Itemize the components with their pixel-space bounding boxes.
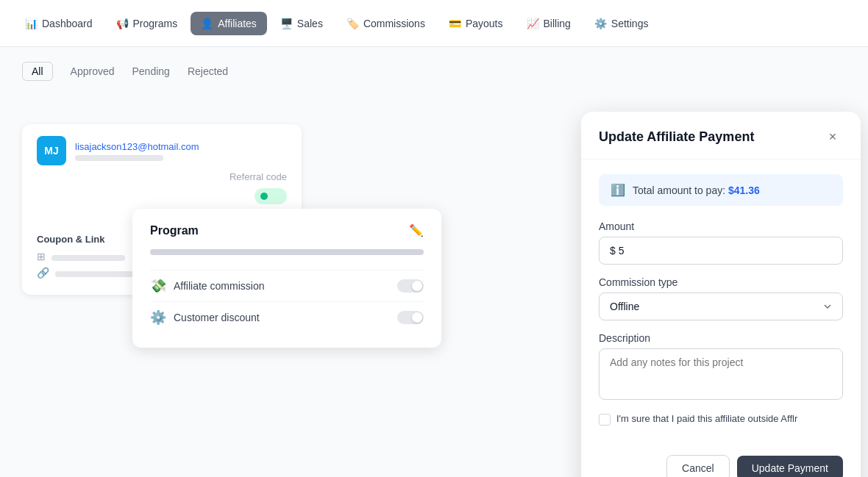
nav-label-settings: Settings: [611, 18, 649, 29]
billing-icon: 📈: [527, 18, 539, 29]
nav-label-sales: Sales: [297, 18, 323, 29]
commissions-icon: 🏷️: [346, 18, 359, 29]
referral-code-label: Referral code: [37, 171, 287, 182]
skeleton-coupon-2: [55, 271, 136, 277]
program-header: Program ✏️: [150, 223, 424, 237]
nav-label-billing: Billing: [544, 18, 571, 29]
nav-item-payouts[interactable]: 💳 Payouts: [438, 12, 513, 35]
nav-item-settings[interactable]: ⚙️ Settings: [584, 12, 659, 35]
payouts-icon: 💳: [449, 18, 461, 29]
avatar: MJ: [37, 136, 66, 165]
programs-icon: 📢: [116, 18, 129, 29]
program-popup: Program ✏️ 💸 Affiliate commission ⚙️ Cus…: [132, 209, 441, 348]
tab-all[interactable]: All: [22, 62, 53, 81]
nav-item-dashboard[interactable]: 📊 Dashboard: [15, 12, 103, 35]
program-title: Program: [150, 224, 199, 237]
nav-label-affiliates: Affiliates: [218, 18, 257, 29]
skeleton-bar-1: [75, 155, 163, 161]
commission-icon: 💸: [150, 278, 166, 294]
affiliate-header: MJ lisajackson123@hotmail.com: [37, 136, 287, 165]
toggle-1[interactable]: [255, 188, 287, 204]
sales-icon: 🖥️: [280, 18, 293, 29]
program-item-left-2: ⚙️ Customer discount: [150, 309, 260, 326]
nav-item-sales[interactable]: 🖥️ Sales: [270, 12, 333, 35]
update-payment-button[interactable]: Update Payment: [737, 456, 843, 477]
nav-item-commissions[interactable]: 🏷️ Commissions: [336, 12, 435, 35]
coupon-icon: ⊞: [37, 251, 46, 262]
modal-close-button[interactable]: ×: [822, 126, 843, 147]
info-text: Total amount to pay: $41.36: [633, 184, 760, 196]
dashboard-icon: 📊: [25, 18, 38, 29]
info-amount: $41.36: [728, 184, 760, 196]
skeleton-coupon-1: [51, 255, 125, 261]
commission-type-label: Commission type: [599, 276, 843, 288]
affiliates-icon: 👤: [201, 18, 213, 29]
nav-label-programs: Programs: [133, 18, 178, 29]
tabs-bar: All Approved Pending Rejected: [22, 62, 846, 81]
checkbox-label: I'm sure that I paid this affiliate outs…: [616, 413, 797, 424]
program-item-commission: 💸 Affiliate commission: [150, 270, 424, 301]
edit-icon[interactable]: ✏️: [409, 223, 424, 237]
nav-label-dashboard: Dashboard: [42, 18, 93, 29]
tab-approved[interactable]: Approved: [71, 62, 115, 80]
program-item-discount: ⚙️ Customer discount: [150, 301, 424, 333]
customer-discount-toggle[interactable]: [397, 311, 424, 324]
amount-input[interactable]: [599, 237, 843, 265]
program-bar: [150, 249, 424, 255]
settings-icon: ⚙️: [594, 18, 607, 29]
affiliate-email[interactable]: lisajackson123@hotmail.com: [75, 141, 199, 152]
cancel-button[interactable]: Cancel: [666, 455, 730, 477]
modal-body: ℹ️ Total amount to pay: $41.36 Amount Co…: [581, 159, 861, 455]
info-banner: ℹ️ Total amount to pay: $41.36: [599, 174, 843, 206]
commission-type-select[interactable]: Offline Online Manual: [599, 293, 843, 320]
affiliate-commission-toggle[interactable]: [397, 279, 424, 293]
modal-header: Update Affiliate Payment ×: [581, 112, 861, 159]
modal-title: Update Affiliate Payment: [599, 129, 754, 145]
modal-footer: Cancel Update Payment: [581, 455, 861, 477]
nav-bar: 📊 Dashboard 📢 Programs 👤 Affiliates 🖥️ S…: [0, 0, 868, 47]
checkbox-row: I'm sure that I paid this affiliate outs…: [599, 413, 843, 426]
toggle-row-1: [37, 188, 287, 204]
tab-rejected[interactable]: Rejected: [188, 62, 228, 80]
description-label: Description: [599, 332, 843, 344]
amount-label: Amount: [599, 220, 843, 232]
discount-icon: ⚙️: [150, 309, 166, 326]
nav-item-billing[interactable]: 📈 Billing: [516, 12, 581, 35]
nav-item-programs[interactable]: 📢 Programs: [106, 12, 188, 35]
nav-label-payouts: Payouts: [466, 18, 503, 29]
description-textarea[interactable]: [599, 348, 843, 400]
confirm-checkbox[interactable]: [599, 414, 611, 426]
nav-item-affiliates[interactable]: 👤 Affiliates: [191, 12, 267, 35]
program-item-left-1: 💸 Affiliate commission: [150, 278, 264, 294]
update-payment-modal: Update Affiliate Payment × ℹ️ Total amou…: [581, 112, 861, 477]
link-icon: 🔗: [37, 267, 49, 279]
program-item-label-2: Customer discount: [174, 312, 260, 323]
tab-pending[interactable]: Pending: [132, 62, 170, 80]
nav-label-commissions: Commissions: [363, 18, 425, 29]
main-content: All Approved Pending Rejected MJ lisajac…: [0, 47, 868, 477]
program-item-label-1: Affiliate commission: [174, 280, 264, 292]
info-icon: ℹ️: [611, 183, 625, 197]
